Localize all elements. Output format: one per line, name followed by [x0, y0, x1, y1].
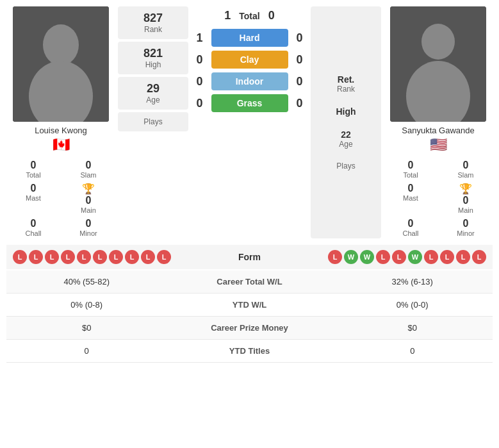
player2-rank-label: Rank [337, 85, 355, 94]
player2-ret-box: Ret. Rank [337, 74, 355, 94]
player1-minor-value: 0 [61, 218, 115, 229]
clay-button[interactable]: Clay [211, 51, 288, 69]
player1-slam-cell: 0 Slam [61, 158, 115, 180]
player2-total-label: Total [384, 171, 438, 179]
player2-minor-value: 0 [439, 218, 493, 229]
form-badge: L [77, 250, 91, 264]
form-badge: L [45, 250, 59, 264]
form-badge: W [408, 250, 422, 264]
stat-p2-value: 32% (6-13) [332, 270, 493, 294]
player1-minor-cell: 0 Minor [61, 217, 115, 238]
p1-indoor-score: 0 [193, 75, 206, 88]
player1-flag: 🇨🇦 [53, 137, 70, 153]
player2-total-cell: 0 Total [384, 158, 438, 180]
player1-rank-number: 827 [126, 12, 181, 25]
svg-point-1 [43, 24, 79, 65]
player1-plays-box: Plays [118, 112, 188, 131]
stat-p1-value: 40% (55-82) [6, 270, 167, 294]
form-badge: L [93, 250, 107, 264]
player2-slam-value: 0 [439, 160, 493, 171]
stats-row: 40% (55-82) Career Total W/L 32% (6-13) [6, 270, 493, 294]
form-badge: L [157, 250, 171, 264]
total-label: Total [239, 11, 259, 21]
player1-middle-stats: 827 Rank 821 High 29 Age Plays [118, 6, 188, 238]
grass-button[interactable]: Grass [211, 94, 288, 112]
player1-chall-cell: 0 Chall [6, 217, 60, 238]
player1-total-label: Total [6, 171, 60, 179]
form-badge: L [61, 250, 75, 264]
player1-avatar [13, 6, 109, 122]
player2-ret-value: Ret. [337, 74, 355, 85]
indoor-row: 0 Indoor 0 [191, 72, 308, 90]
stat-p1-value: $0 [6, 317, 167, 340]
stats-row: 0% (0-8) YTD W/L 0% (0-0) [6, 294, 493, 317]
player1-chall-value: 0 [6, 218, 60, 229]
player2-name: Sanyukta Gawande [402, 126, 474, 135]
player2-main-value: 0 [463, 195, 469, 206]
form-badge: L [125, 250, 139, 264]
p1-hard-score: 1 [193, 31, 206, 45]
p1-total-score: 1 [221, 9, 234, 22]
stat-label: YTD Titles [167, 340, 332, 363]
top-section: Louise Kwong 🇨🇦 0 Total 0 Slam 0 Mast 🏆 … [6, 6, 493, 238]
form-badge: W [344, 250, 358, 264]
form-badge: L [456, 250, 470, 264]
player2-right-stats: Ret. Rank High 22 Age Plays [311, 6, 381, 238]
form-label: Form [218, 252, 282, 262]
form-badge: L [440, 250, 454, 264]
player2-slam-label: Slam [439, 171, 493, 179]
form-badge: L [141, 250, 155, 264]
p1-clay-score: 0 [193, 53, 206, 67]
stats-row: 0 YTD Titles 0 [6, 340, 493, 363]
main-container: Louise Kwong 🇨🇦 0 Total 0 Slam 0 Mast 🏆 … [0, 0, 499, 369]
form-badge: L [29, 250, 43, 264]
form-badge: L [392, 250, 406, 264]
player1-silhouette [13, 6, 109, 122]
player2-chall-cell: 0 Chall [384, 217, 438, 238]
form-badge: L [472, 250, 486, 264]
form-badge: L [424, 250, 438, 264]
p2-total-score: 0 [265, 9, 278, 22]
player1-card: Louise Kwong 🇨🇦 0 Total 0 Slam 0 Mast 🏆 … [6, 6, 115, 238]
player1-high-box: 821 High [118, 42, 188, 74]
player1-form-badges: LLLLLLLLLL [13, 250, 215, 264]
stat-p2-value: $0 [332, 317, 493, 340]
form-badge: L [13, 250, 27, 264]
player2-main-label: Main [458, 206, 473, 214]
svg-point-4 [421, 24, 455, 60]
player1-name: Louise Kwong [35, 126, 87, 135]
player2-form-badges: LWWLLWLLLL [284, 250, 487, 264]
player1-total-value: 0 [6, 160, 60, 171]
player1-total-cell: 0 Total [6, 158, 60, 180]
player2-minor-cell: 0 Minor [439, 217, 493, 238]
player2-chall-value: 0 [384, 218, 438, 229]
form-badge: L [109, 250, 123, 264]
player2-plays-label: Plays [336, 162, 355, 170]
stat-label: YTD W/L [167, 294, 332, 317]
player2-trophy-icon: 🏆 [459, 183, 472, 195]
player1-slam-label: Slam [61, 171, 115, 179]
p1-grass-score: 0 [193, 97, 206, 110]
player1-high-label: High [126, 60, 181, 69]
total-row: 1 Total 0 [191, 6, 308, 25]
player2-mast-value: 0 [384, 183, 438, 194]
player2-age-box: 22 Age [339, 129, 352, 149]
clay-row: 0 Clay 0 [191, 51, 308, 69]
player1-age-box: 29 Age [118, 77, 188, 110]
player1-plays-label: Plays [126, 117, 181, 126]
form-badge: L [376, 250, 390, 264]
player1-minor-label: Minor [61, 229, 115, 237]
player2-avatar [390, 6, 486, 122]
player1-chall-label: Chall [6, 229, 60, 237]
player1-rank-box: 827 Rank [118, 6, 188, 39]
court-container: 1 Total 0 1 Hard 0 0 Clay 0 0 Indoor 0 [191, 6, 308, 238]
hard-button[interactable]: Hard [211, 29, 288, 47]
player2-silhouette [390, 6, 486, 122]
player2-flag: 🇺🇸 [430, 137, 447, 153]
player1-trophy-icon: 🏆 [82, 183, 95, 195]
indoor-button[interactable]: Indoor [211, 72, 288, 90]
stat-label: Career Prize Money [167, 317, 332, 340]
p2-grass-score: 0 [293, 97, 306, 110]
player1-stats: 0 Total 0 Slam 0 Mast 🏆 0 Main 0 [6, 158, 115, 238]
player2-age-value: 22 [339, 129, 352, 140]
